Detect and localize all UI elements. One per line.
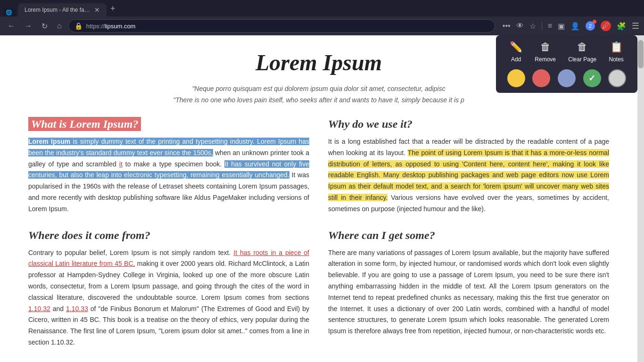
notification-dot [593, 20, 596, 24]
pencil-icon: ✏️ [510, 41, 522, 53]
link-roots[interactable]: It has roots in a piece of classical Lat… [28, 249, 309, 268]
address-bar[interactable]: 🔒 https://lipsum.com [68, 19, 495, 33]
color-red[interactable] [532, 69, 550, 87]
where-section-title: Where does it come from? [28, 229, 309, 242]
where-body: Contrary to popular belief, Lorem Ipsum … [28, 247, 309, 348]
get-body: There are many variations of passages of… [328, 247, 609, 337]
highlighted-yellow: The point of using Lorem Ipsum is that i… [328, 149, 609, 201]
two-col-layout: What is Lorem Ipsum? Lorem Ipsum is simp… [28, 118, 609, 348]
subtitle2: "There is no one who loves pain itself, … [28, 96, 609, 104]
trash-icon: 🗑 [577, 41, 587, 53]
link-1033[interactable]: 1.10.33 [66, 305, 88, 313]
url-text: https://lipsum.com [86, 23, 136, 30]
scrollbar[interactable] [637, 35, 644, 362]
color-blue[interactable] [558, 69, 576, 87]
home-button[interactable]: ⌂ [54, 20, 65, 32]
left-column: What is Lorem Ipsum? Lorem Ipsum is simp… [28, 118, 309, 348]
scrollbar-thumb[interactable] [638, 40, 644, 68]
color-white[interactable] [608, 69, 626, 87]
highlighted-text-blue: Lorem Ipsum is simply dummy text of the … [28, 138, 309, 156]
refresh-button[interactable]: ↻ [39, 20, 50, 33]
divider [542, 22, 542, 30]
toolbar-popup-buttons: ✏️ Add 🗑 Remove 🗑 Clear Page 📋 Notes [504, 41, 630, 63]
account-icon[interactable]: 👤 [570, 22, 580, 31]
url-domain: lipsum.com [105, 23, 136, 30]
hamburger-menu[interactable]: ☰ [632, 21, 639, 31]
add-button[interactable]: ✏️ Add [510, 41, 522, 63]
new-tab-button[interactable]: + [107, 2, 119, 16]
toolbar-popup: ✏️ Add 🗑 Remove 🗑 Clear Page 📋 Notes [496, 35, 637, 93]
main-area: Lorem Ipsum "Neque porro quisquam est qu… [0, 35, 644, 362]
tab-title: Lorem Ipsum - All the facts - L [25, 7, 91, 13]
active-tab[interactable]: Lorem Ipsum - All the facts - L ✕ [18, 3, 107, 16]
get-section-title: Where can I get some? [328, 229, 609, 242]
back-button[interactable]: ← [5, 20, 18, 32]
where-section: Where does it come from? Contrary to pop… [28, 229, 309, 348]
clear-page-label: Clear Page [568, 56, 596, 63]
color-green[interactable] [583, 69, 601, 87]
link-it[interactable]: it [119, 160, 123, 168]
split-view-icon[interactable]: ▣ [558, 22, 565, 31]
https-shield-icon: 🔒 [74, 22, 83, 30]
pocket-icon[interactable]: 👁 [516, 22, 524, 30]
what-section: What is Lorem Ipsum? Lorem Ipsum is simp… [28, 118, 309, 215]
notes-button[interactable]: 📋 Notes [609, 41, 624, 63]
why-section-title: Why do we use it? [328, 118, 609, 131]
remove-label: Remove [535, 56, 556, 63]
nav-bar: ← → ↻ ⌂ 🔒 https://lipsum.com ••• 👁 ☆ ≡ ▣… [0, 16, 644, 35]
notes-label: Notes [609, 56, 624, 63]
notes-icon: 📋 [610, 41, 623, 53]
eraser-icon: 🗑 [540, 41, 551, 53]
get-section: Where can I get some? There are many var… [328, 229, 609, 337]
tab-close-button[interactable]: ✕ [94, 6, 100, 14]
clear-page-button[interactable]: 🗑 Clear Page [568, 41, 596, 63]
dots-menu-icon[interactable]: ••• [503, 22, 511, 30]
color-yellow[interactable] [507, 69, 525, 87]
color-row [504, 69, 630, 87]
extension-puzzle-icon[interactable]: 🧩 [617, 22, 626, 31]
why-body: It is a long established fact that a rea… [328, 136, 609, 215]
what-body: Lorem Ipsum is simply dummy text of the … [28, 136, 309, 215]
tab-bar: 🌐 Lorem Ipsum - All the facts - L ✕ + [0, 0, 644, 16]
remove-button[interactable]: 🗑 Remove [535, 41, 556, 63]
why-section: Why do we use it? It is a long establish… [328, 118, 609, 215]
tab-favicon: 🌐 [6, 9, 12, 16]
browser-chrome: 🌐 Lorem Ipsum - All the facts - L ✕ + ← … [0, 0, 644, 35]
right-column: Why do we use it? It is a long establish… [328, 118, 609, 348]
highlighted-text-blue-2: It has survived not only five centuries,… [28, 160, 309, 179]
url-prefix: https:// [86, 23, 105, 30]
extension-badge[interactable]: 2 [586, 21, 595, 31]
browser-toolbar-icons: ••• 👁 ☆ ≡ ▣ 👤 2 🖊 🧩 ☰ [503, 21, 639, 31]
highlight-extension-icon[interactable]: 🖊 [601, 21, 611, 31]
add-label: Add [511, 56, 521, 63]
bookmark-icon[interactable]: ☆ [529, 22, 536, 31]
library-icon[interactable]: ≡ [548, 22, 552, 30]
link-1032[interactable]: 1.10.32 [28, 305, 50, 313]
what-section-title: What is Lorem Ipsum? [28, 118, 309, 131]
forward-button[interactable]: → [22, 20, 35, 32]
